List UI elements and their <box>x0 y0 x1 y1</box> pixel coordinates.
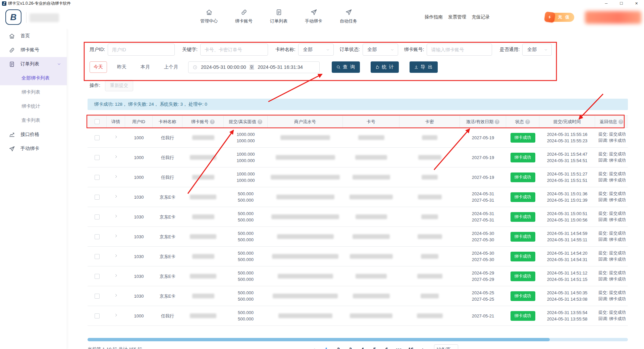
help-icon[interactable]: ? <box>210 119 215 124</box>
nav-item-1[interactable]: 管理中心 <box>199 9 219 24</box>
link-icon <box>240 9 248 17</box>
status-badge[interactable]: 绑卡成功 <box>511 133 535 143</box>
status-badge[interactable]: 绑卡成功 <box>511 232 535 242</box>
chevron-right-icon[interactable] <box>114 214 118 220</box>
row-checkbox[interactable] <box>95 155 100 160</box>
cell-dates: 2027-05-19 <box>460 148 506 167</box>
sidebar-item-4[interactable]: 接口价格 <box>0 128 67 142</box>
status-badge[interactable]: 绑卡成功 <box>511 153 535 162</box>
status-badge[interactable]: 绑卡成功 <box>511 172 535 182</box>
cell-face-value: 1000.0001000.000 <box>224 167 268 187</box>
pagination-info: 当前第 1-10 行 共计 155 行 <box>88 346 142 349</box>
chevron-right-icon[interactable] <box>114 174 118 181</box>
cell-card-type: 京东E卡 <box>153 266 182 286</box>
chevron-right-icon[interactable] <box>114 253 118 260</box>
quick-date-4[interactable]: 上个月 <box>160 61 182 73</box>
bind-account-input[interactable] <box>427 44 492 56</box>
cell-card-no-masked <box>356 214 387 219</box>
row-checkbox[interactable] <box>95 254 100 259</box>
next-page-button[interactable]: › <box>418 344 428 349</box>
quick-date-3[interactable]: 本月 <box>137 61 154 73</box>
page-button-5[interactable]: 5 <box>369 344 380 349</box>
chevron-right-icon[interactable] <box>114 273 118 280</box>
chevron-right-icon[interactable] <box>114 154 118 161</box>
promo-button-blurred[interactable] <box>585 11 641 24</box>
resubmit-button[interactable]: 重新提交 <box>105 80 133 91</box>
row-checkbox[interactable] <box>95 274 100 279</box>
help-icon[interactable]: ? <box>258 119 262 124</box>
sidebar-item-2[interactable]: 绑卡账号 <box>0 43 67 57</box>
status-badge[interactable]: 绑卡成功 <box>511 311 535 321</box>
page-size-select[interactable]: 10条/页 <box>434 344 458 349</box>
maximize-button[interactable]: ☐ <box>614 0 629 7</box>
page-button-2[interactable]: 2 <box>333 344 344 349</box>
row-checkbox[interactable] <box>95 135 100 140</box>
cell-bind-account-masked <box>190 234 216 239</box>
row-checkbox[interactable] <box>95 294 100 299</box>
header-link-1[interactable]: 操作指南 <box>425 14 443 20</box>
sidebar-item-1[interactable]: 首页 <box>0 29 67 43</box>
column-header-12: 提交/完成时间 <box>539 116 595 128</box>
chevron-right-icon[interactable] <box>114 293 118 299</box>
is-common-select[interactable]: 全部 <box>522 44 552 56</box>
cell-result: 提交: 提交成功回调: 绑卡成功 <box>595 286 628 306</box>
row-checkbox[interactable] <box>95 195 100 200</box>
sidebar-subitem-4[interactable]: 查卡列表 <box>0 113 67 128</box>
row-checkbox[interactable] <box>95 234 100 239</box>
sidebar-item-label: 绑卡账号 <box>20 47 39 53</box>
export-button[interactable]: 导 出 <box>410 61 438 73</box>
quick-date-1[interactable]: 今天 <box>90 61 107 73</box>
nav-item-5[interactable]: 自动任务 <box>338 9 359 24</box>
nav-item-4[interactable]: 手动绑卡 <box>303 9 324 24</box>
nav-item-2[interactable]: 绑卡账号 <box>233 9 254 24</box>
chevron-right-icon[interactable] <box>114 135 118 141</box>
prev-page-button[interactable]: ‹ <box>309 344 320 349</box>
minimize-button[interactable]: ─ <box>599 0 614 7</box>
sidebar-subitem-1[interactable]: 全部绑卡列表 <box>0 71 67 85</box>
nav-item-3[interactable]: 订单列表 <box>268 9 289 24</box>
sidebar-item-5[interactable]: 手动绑卡 <box>0 142 67 156</box>
row-checkbox[interactable] <box>95 175 100 180</box>
page-button-16[interactable]: 16 <box>406 344 416 349</box>
help-icon[interactable]: ? <box>495 119 499 124</box>
user-id-input[interactable] <box>108 44 175 56</box>
sidebar-subitem-2[interactable]: 绑卡列表 <box>0 85 67 99</box>
card-type-select[interactable]: 全部 <box>298 44 334 56</box>
row-checkbox[interactable] <box>95 313 100 318</box>
status-badge[interactable]: 绑卡成功 <box>511 212 535 222</box>
status-badge[interactable]: 绑卡成功 <box>511 192 535 202</box>
is-common-label: 是否通用: <box>499 47 520 53</box>
quick-date-2[interactable]: 昨天 <box>113 61 130 73</box>
sidebar-item-3[interactable]: 订单列表 <box>0 57 67 71</box>
keyword-input[interactable] <box>200 44 268 56</box>
sidebar-subitem-3[interactable]: 绑卡统计 <box>0 99 67 113</box>
stats-button[interactable]: 统 计 <box>371 61 399 73</box>
page-button-1[interactable]: 1 <box>321 344 332 349</box>
page-button-3[interactable]: 3 <box>345 344 356 349</box>
recharge-button[interactable]: 充 值 <box>548 13 574 22</box>
column-label: 状态 <box>515 119 524 125</box>
close-button[interactable]: ✕ <box>629 0 644 7</box>
cell-user-id: 1000 <box>125 128 153 147</box>
header-link-3[interactable]: 充值记录 <box>472 14 490 20</box>
status-badge[interactable]: 绑卡成功 <box>511 252 535 261</box>
help-icon[interactable]: ? <box>619 119 623 124</box>
status-badge[interactable]: 绑卡成功 <box>511 271 535 281</box>
select-all-checkbox[interactable] <box>95 119 100 124</box>
page-button-6[interactable]: 6 <box>381 344 392 349</box>
chevron-down-icon <box>326 48 330 52</box>
row-checkbox[interactable] <box>95 214 100 219</box>
query-button[interactable]: 查 询 <box>332 61 360 73</box>
date-range-input[interactable]: 2024-05-31 00:00:00 至 2024-05-31 16:31:3… <box>188 61 320 73</box>
scrollbar-thumb[interactable] <box>88 338 550 341</box>
chevron-right-icon[interactable] <box>114 234 118 240</box>
app-icon: Z <box>2 1 6 6</box>
status-badge[interactable]: 绑卡成功 <box>511 291 535 301</box>
chevron-right-icon[interactable] <box>114 313 118 319</box>
order-status-select[interactable]: 全部 <box>363 44 398 56</box>
page-button-4[interactable]: 4 <box>357 344 368 349</box>
help-icon[interactable]: ? <box>525 119 530 124</box>
search-icon <box>336 65 341 69</box>
chevron-right-icon[interactable] <box>114 194 118 200</box>
header-link-2[interactable]: 发票管理 <box>448 14 466 20</box>
